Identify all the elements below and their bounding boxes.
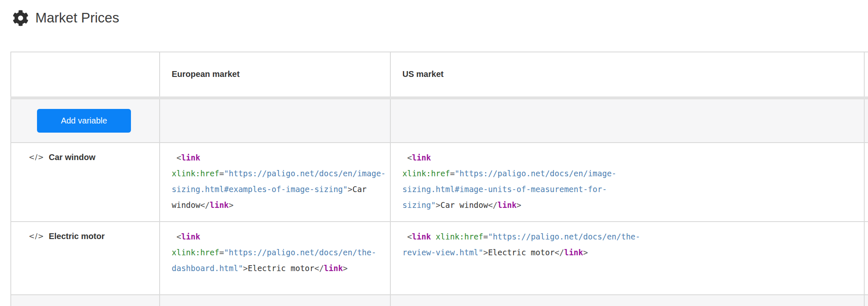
empty-cell	[390, 98, 864, 143]
code-token-tag: link	[498, 200, 517, 210]
add-variable-button[interactable]: Add variable	[37, 109, 131, 133]
page-header: Market Prices	[12, 9, 868, 27]
variable-name-cell: </> Car window	[11, 143, 160, 222]
code-token-punct: </	[555, 248, 564, 257]
code-token-string: "https://paligo.net/docs/en/image-	[455, 169, 616, 178]
variable-value-cell-us[interactable]: <link xlink:href="https://paligo.net/doc…	[390, 222, 864, 295]
code-token-tag: link	[181, 153, 200, 162]
code-token-punct: </	[314, 264, 324, 273]
empty-cell	[11, 295, 160, 306]
code-token-punct: >	[517, 200, 521, 210]
code-line: window</link>	[172, 197, 384, 213]
variable-value-cell-european[interactable]: <linkxlink:href="https://paligo.net/docs…	[160, 222, 390, 295]
code-token-attr: xlink:href	[172, 248, 219, 257]
code-token-punct: >	[583, 248, 588, 257]
code-token-punct: =	[450, 169, 454, 178]
variable-label: </> Electric motor	[29, 230, 155, 242]
code-token-punct: =	[219, 248, 224, 257]
code-token-punct: <	[172, 232, 181, 241]
code-token-attr: xlink:href	[172, 169, 219, 178]
code-token-tag: link	[324, 264, 343, 273]
gear-icon	[12, 10, 29, 26]
code-token-punct: <	[172, 153, 181, 162]
column-header-empty	[11, 52, 160, 98]
empty-cell	[864, 98, 868, 143]
code-token-punct: >	[436, 200, 440, 210]
code-block: <linkxlink:href="https://paligo.net/docs…	[172, 150, 384, 213]
column-header-european-market: European market	[160, 52, 390, 98]
variables-table-wrap: European market US market Add variable <…	[10, 52, 868, 306]
code-line: xlink:href="https://paligo.net/docs/en/i…	[402, 165, 858, 181]
code-token-punct: =	[483, 232, 488, 241]
empty-cell	[160, 98, 390, 143]
code-line: <link	[172, 150, 384, 165]
code-token-punct: >	[483, 248, 488, 257]
code-token-string: "https://paligo.net/docs/en/image-	[224, 169, 386, 178]
code-token-attr: xlink:href	[436, 232, 483, 241]
code-token-tag: link	[412, 232, 431, 241]
empty-cell	[864, 143, 868, 222]
code-token-punct: </	[488, 200, 498, 210]
code-token-text: Car window	[441, 200, 488, 210]
code-token-punct: =	[219, 169, 224, 178]
code-block: <linkxlink:href="https://paligo.net/docs…	[172, 229, 384, 276]
code-token-tag: link	[412, 153, 431, 162]
code-token-attr: xlink:href	[402, 169, 450, 178]
code-icon: </>	[29, 230, 44, 242]
empty-cell	[864, 295, 868, 306]
add-variable-cell: Add variable	[11, 98, 160, 143]
code-token-punct: >	[243, 264, 248, 273]
empty-cell	[864, 222, 868, 295]
code-token-string: sizing"	[402, 200, 436, 210]
column-header-us-market: US market	[390, 52, 864, 98]
code-token-punct: <	[402, 232, 412, 241]
code-token-punct: >	[348, 185, 352, 194]
empty-cell	[390, 295, 864, 306]
code-token-string: sizing.html#image-units-of-measurement-f…	[402, 185, 607, 194]
code-line: xlink:href="https://paligo.net/docs/en/t…	[172, 244, 384, 260]
variable-name: Electric motor	[49, 230, 104, 242]
code-line: sizing">Car window</link>	[402, 197, 858, 213]
code-line: dashboard.html">Electric motor</link>	[172, 260, 384, 276]
code-line: xlink:href="https://paligo.net/docs/en/i…	[172, 165, 384, 181]
code-token-text: window	[172, 200, 200, 210]
add-variable-row: Add variable	[11, 98, 868, 143]
variable-label: </> Car window	[29, 151, 155, 163]
code-token-text: Electric motor	[248, 264, 314, 273]
page-title: Market Prices	[35, 9, 119, 27]
table-header-row: European market US market	[11, 52, 868, 98]
code-token-string: sizing.html#examples-of-image-sizing"	[172, 185, 348, 194]
code-token-tag: link	[564, 248, 583, 257]
code-line: sizing.html#image-units-of-measurement-f…	[402, 181, 858, 197]
code-icon: </>	[29, 151, 44, 163]
code-line: <link	[402, 150, 858, 165]
variable-name-cell: </> Electric motor	[11, 222, 160, 295]
code-block: <link xlink:href="https://paligo.net/doc…	[402, 229, 858, 260]
code-token-tag: link	[210, 200, 229, 210]
code-token-tag: link	[181, 232, 200, 241]
code-token-string: "https://paligo.net/docs/en/the-	[224, 248, 376, 257]
code-line: <link	[172, 229, 384, 244]
code-token-string: "https://paligo.net/docs/en/the-	[488, 232, 640, 241]
variables-table: European market US market Add variable <…	[10, 52, 868, 306]
variable-value-cell-european[interactable]: <linkxlink:href="https://paligo.net/docs…	[160, 143, 390, 222]
table-row-electric-motor: </> Electric motor <linkxlink:href="http…	[11, 222, 868, 295]
variable-value-cell-us[interactable]: <linkxlink:href="https://paligo.net/docs…	[390, 143, 864, 222]
code-token-punct: >	[343, 264, 348, 273]
empty-cell	[160, 295, 390, 306]
table-row-car-window: </> Car window <linkxlink:href="https://…	[11, 143, 868, 222]
code-token-punct: </	[200, 200, 210, 210]
code-token-punct: <	[402, 153, 412, 162]
code-token-string: dashboard.html"	[172, 264, 243, 273]
code-block: <linkxlink:href="https://paligo.net/docs…	[402, 150, 858, 213]
code-line: <link xlink:href="https://paligo.net/doc…	[402, 229, 858, 244]
code-line: sizing.html#examples-of-image-sizing">Ca…	[172, 181, 384, 197]
code-line: review-view.html">Electric motor</link>	[402, 244, 858, 260]
next-row-clipped	[11, 295, 868, 306]
column-header-stub	[864, 52, 868, 98]
code-token-punct: >	[229, 200, 233, 210]
code-token-text: Electric motor	[488, 248, 555, 257]
code-token-text: Car	[353, 185, 367, 194]
code-token-string: review-view.html"	[402, 248, 483, 257]
variable-name: Car window	[49, 151, 95, 163]
